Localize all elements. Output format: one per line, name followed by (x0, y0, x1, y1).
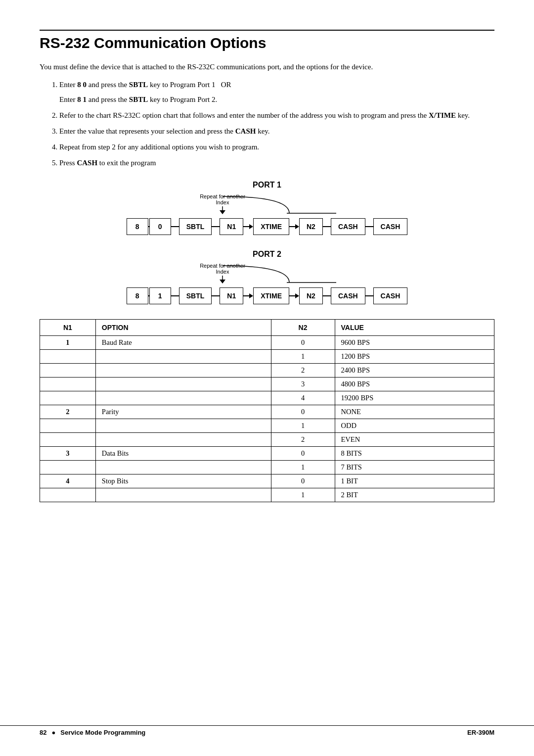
cell-n2: 4 (271, 391, 335, 405)
cell-value: 9600 BPS (335, 335, 494, 349)
page-footer: 82 ● Service Mode Programming ER-390M (0, 725, 534, 736)
port2-box-cash2: CASH (373, 287, 408, 304)
port1-box-0: 0 (149, 218, 171, 235)
cell-n1: 3 (40, 446, 96, 460)
cell-n1 (40, 377, 96, 391)
port2-box-n2: N2 (299, 287, 323, 304)
cell-n2: 1 (271, 460, 335, 474)
footer-left: 82 ● Service Mode Programming (40, 729, 145, 736)
cell-n2: 1 (271, 488, 335, 502)
port2-box-cash1: CASH (331, 287, 365, 304)
table-row: 22400 BPS (40, 363, 494, 377)
port1-box-cash2: CASH (373, 218, 408, 235)
cell-option (95, 391, 271, 405)
footer-model: ER-390M (467, 729, 494, 736)
steps-list: Enter 8 0 and press the SBTL key to Prog… (59, 79, 494, 169)
port2-flow: Repeat for another Index 8 1 SBTL N1 XTI… (40, 261, 494, 304)
table-row: 12 BIT (40, 488, 494, 502)
port2-flow-row: 8 1 SBTL N1 XTIME N2 CASH CASH (127, 287, 408, 304)
table-row: 17 BITS (40, 460, 494, 474)
table-row: 3Data Bits08 BITS (40, 446, 494, 460)
cell-n1 (40, 349, 96, 363)
cell-value: 8 BITS (335, 446, 494, 460)
port1-box-sbtl: SBTL (179, 218, 212, 235)
cell-option: Stop Bits (95, 474, 271, 488)
svg-text:Index: Index (216, 199, 229, 205)
port1-title: PORT 1 (40, 181, 494, 189)
table-row: 11200 BPS (40, 349, 494, 363)
table-row: 2Parity0NONE (40, 405, 494, 419)
cell-value: 2 BIT (335, 488, 494, 502)
cell-n1: 1 (40, 335, 96, 349)
cell-value: NONE (335, 405, 494, 419)
port1-flow: Repeat for another Index 8 0 SBTL (40, 191, 494, 235)
top-rule (40, 30, 494, 31)
options-table: N1 OPTION N2 VALUE 1Baud Rate09600 BPS11… (40, 319, 494, 502)
th-value: VALUE (335, 319, 494, 335)
cell-option: Baud Rate (95, 335, 271, 349)
port1-box-n2: N2 (299, 218, 323, 235)
cell-n1 (40, 460, 96, 474)
cell-value: 1 BIT (335, 474, 494, 488)
th-n1: N1 (40, 319, 96, 335)
port2-box-n1: N1 (220, 287, 243, 304)
cell-n2: 1 (271, 349, 335, 363)
cell-n1 (40, 419, 96, 432)
cell-n1: 4 (40, 474, 96, 488)
cell-n1 (40, 488, 96, 502)
cell-value: 4800 BPS (335, 377, 494, 391)
table-row: 34800 BPS (40, 377, 494, 391)
port2-box-sbtl: SBTL (179, 287, 212, 304)
port1-box-xtime: XTIME (253, 218, 289, 235)
cell-option (95, 377, 271, 391)
svg-text:Index: Index (216, 269, 229, 275)
step-3: Enter the value that represents your sel… (59, 125, 494, 137)
cell-value: ODD (335, 419, 494, 432)
table-row: 4Stop Bits01 BIT (40, 474, 494, 488)
port1-box-n1: N1 (220, 218, 243, 235)
cell-option (95, 419, 271, 432)
cell-option: Data Bits (95, 446, 271, 460)
footer-dot: ● (51, 729, 55, 736)
cell-n1 (40, 363, 96, 377)
step-2: Refer to the chart RS-232C option chart … (59, 109, 494, 121)
cell-value: 1200 BPS (335, 349, 494, 363)
cell-value: 7 BITS (335, 460, 494, 474)
port2-box-8: 8 (127, 287, 148, 304)
footer-page-number: 82 (40, 729, 46, 736)
port1-box-cash1: CASH (331, 218, 365, 235)
cell-option: Parity (95, 405, 271, 419)
step-4: Repeat from step 2 for any additional op… (59, 141, 494, 153)
port1-flow-row: 8 0 SBTL N1 XTIME N2 CASH (127, 218, 408, 235)
step-5: Press CASH to exit the program (59, 157, 494, 169)
cell-n1 (40, 432, 96, 446)
cell-option (95, 460, 271, 474)
cell-option (95, 363, 271, 377)
port2-repeat-arc: Repeat for another Index (94, 261, 440, 284)
cell-option (95, 349, 271, 363)
port2-diagram: PORT 2 Repeat for another Index 8 1 SBTL… (40, 250, 494, 304)
cell-n2: 3 (271, 377, 335, 391)
port1-box-8: 8 (127, 218, 148, 235)
footer-section: Service Mode Programming (60, 729, 145, 736)
cell-n1: 2 (40, 405, 96, 419)
port1-diagram: PORT 1 Repeat for another Index 8 0 (40, 181, 494, 235)
table-row: 2EVEN (40, 432, 494, 446)
svg-marker-8 (220, 280, 225, 284)
cell-n2: 0 (271, 474, 335, 488)
cell-value: EVEN (335, 432, 494, 446)
port1-repeat-arc: Repeat for another Index (94, 191, 440, 215)
cell-n2: 2 (271, 363, 335, 377)
cell-option (95, 432, 271, 446)
cell-n2: 0 (271, 446, 335, 460)
cell-value: 2400 BPS (335, 363, 494, 377)
step-1: Enter 8 0 and press the SBTL key to Prog… (59, 79, 494, 105)
cell-n2: 1 (271, 419, 335, 432)
cell-n2: 2 (271, 432, 335, 446)
cell-option (95, 488, 271, 502)
svg-marker-3 (220, 210, 225, 214)
table-row: 419200 BPS (40, 391, 494, 405)
th-n2: N2 (271, 319, 335, 335)
table-row: 1ODD (40, 419, 494, 432)
table-row: 1Baud Rate09600 BPS (40, 335, 494, 349)
